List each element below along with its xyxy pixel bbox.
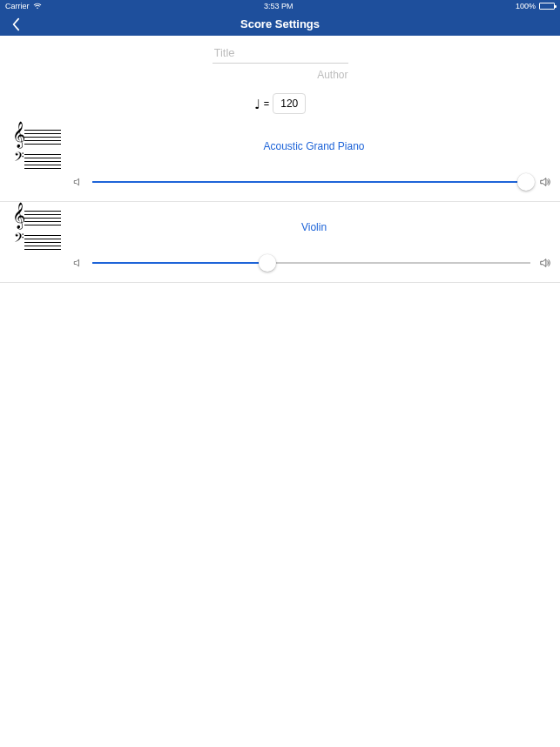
battery-percent: 100% [516,2,536,10]
volume-max-icon[interactable] [539,176,551,188]
volume-mute-icon[interactable] [71,176,84,188]
volume-mute-icon[interactable] [71,257,84,269]
status-left: Carrier [5,2,42,10]
meta-section: Author [0,36,560,81]
author-label[interactable]: Author [213,64,348,81]
volume-row [0,252,560,273]
bass-clef-icon: 𝄢 [14,232,24,247]
bass-staff: 𝄢 [12,232,61,252]
instrument-header: 𝄞 𝄢 Violin [0,202,560,252]
staff-block: 𝄞 𝄢 [0,203,68,252]
page-title: Score Settings [0,17,560,30]
quarter-note-icon: ♩ [254,98,260,111]
staff-block: 𝄞 𝄢 [0,122,68,171]
instrument-header: 𝄞 𝄢 Acoustic Grand Piano [0,121,560,172]
wifi-icon [33,3,42,10]
nav-bar: Score Settings [0,12,560,36]
tempo-equals: = [264,98,269,109]
volume-max-icon[interactable] [539,257,551,269]
instrument-name-button[interactable]: Acoustic Grand Piano [68,140,560,152]
volume-row [0,172,560,192]
bass-staff: 𝄢 [12,151,61,171]
tempo-input[interactable] [273,93,306,114]
bass-clef-icon: 𝄢 [14,151,24,166]
title-input[interactable] [213,43,348,64]
content: Author ♩ = 𝄞 𝄢 Acoustic Grand Piano [0,36,560,283]
instrument-name-button[interactable]: Violin [68,221,560,233]
treble-clef-icon: 𝄞 [12,205,25,227]
volume-slider[interactable] [92,254,530,272]
status-time: 3:53 PM [264,2,293,10]
carrier-label: Carrier [5,2,30,10]
instrument-row: 𝄞 𝄢 Violin [0,202,560,283]
volume-slider[interactable] [92,173,530,191]
treble-clef-icon: 𝄞 [12,124,25,146]
status-bar: Carrier 3:53 PM 100% [0,0,560,12]
back-button[interactable] [7,16,24,33]
battery-icon [539,3,555,10]
status-right: 100% [516,2,555,10]
treble-staff: 𝄞 [12,208,61,227]
treble-staff: 𝄞 [12,127,61,146]
tempo-row: ♩ = [0,93,560,114]
instrument-row: 𝄞 𝄢 Acoustic Grand Piano [0,121,560,202]
